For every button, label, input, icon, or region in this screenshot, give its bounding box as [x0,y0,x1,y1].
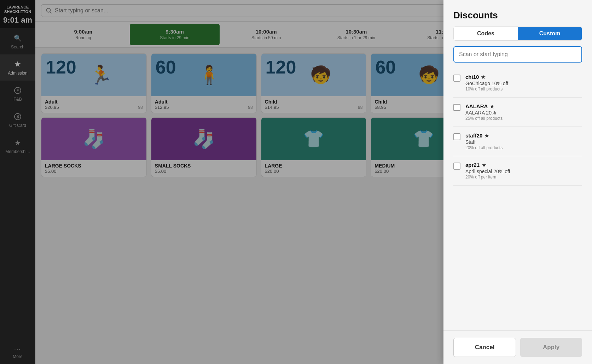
product-card-large-shirt[interactable]: 👕 LARGE $20.00 [261,117,367,177]
more-label: More [13,354,22,359]
discount-footer: Cancel Apply [443,330,592,364]
product-card-img-large-socks: 🧦 [41,118,146,160]
discount-item-apr21: apr21 ★ April special 20% off 20% off pe… [453,156,582,186]
sidebar-item-membership[interactable]: ★ Membershi... [0,133,35,159]
product-card-adult-60[interactable]: 60 🧍 Adult $12.95 98 [151,53,257,113]
sidebar-username: LAWRENCE SHACKLETON [3,5,33,14]
star-icon-aalara: ★ [490,104,494,109]
svg-text:F: F [17,89,19,93]
membership-icon: ★ [13,138,23,148]
discount-item-chi10: chi10 ★ GoChicago 10% off 10% off all pr… [453,68,582,98]
discount-desc-chi10: 10% off all products [465,87,582,92]
star-icon-chi10: ★ [481,74,486,80]
star-icon: ★ [13,59,23,69]
discount-name-apr21: April special 20% off [465,169,582,174]
sidebar-time: 9:01 am [3,16,33,25]
cancel-button[interactable]: Cancel [453,338,516,357]
sidebar-user: LAWRENCE SHACKLETON 9:01 am [0,0,35,28]
product-card-img-adult-60: 60 🧍 [151,54,256,96]
discount-code-aalara: AALARA [465,103,488,109]
svg-text:$: $ [17,114,19,119]
product-card-img-large-shirt: 👕 [261,118,366,160]
star-icon-staff20: ★ [484,133,489,139]
discount-list: chi10 ★ GoChicago 10% off 10% off all pr… [443,68,592,330]
product-card-small-socks[interactable]: 🧦 SMALL SOCKS $5.00 [151,117,257,177]
more-dots: ··· [13,346,22,353]
product-card-adult-120[interactable]: 120 🏃 Adult $20.95 98 [41,53,147,113]
time-slot-10am[interactable]: 10:00am Starts in 59 min [221,24,311,45]
discount-checkbox-chi10[interactable] [453,75,460,82]
discount-name-staff20: Staff [465,139,582,145]
product-card-img-child-120: 120 🧒 [261,54,366,96]
sidebar-more[interactable]: ··· More [10,341,25,364]
discount-desc-aalara: 25% off all products [465,116,582,121]
discount-panel: Discounts Codes Custom chi10 ★ GoChicago… [443,0,592,364]
svg-line-5 [50,12,52,13]
sidebar-item-search-label: Search [11,45,24,49]
star-icon-apr21: ★ [482,162,486,168]
discount-name-aalara: AALARA 20% [465,110,582,116]
sidebar: LAWRENCE SHACKLETON 9:01 am 🔍 Search ★ A… [0,0,35,364]
time-slot-930am[interactable]: 9:30am Starts in 29 min [130,24,220,45]
sidebar-item-giftcard[interactable]: $ Gift Card [0,107,35,133]
sidebar-item-giftcard-label: Gift Card [9,123,26,128]
search-icon-input [46,7,52,14]
time-slot-9am[interactable]: 9:00am Running [38,24,128,45]
discount-checkbox-staff20[interactable] [453,133,460,140]
sidebar-item-fandb-label: F&B [13,97,22,102]
discount-tabs: Codes Custom [453,27,582,41]
discount-search-input[interactable] [453,46,582,63]
sidebar-nav: 🔍 Search ★ Admission F F&B $ Gift Card ★… [0,28,35,341]
giftcard-icon: $ [13,112,23,122]
discount-code-staff20: staff20 [465,133,482,139]
discount-checkbox-apr21[interactable] [453,163,460,170]
tab-custom[interactable]: Custom [518,27,582,40]
discount-desc-staff20: 20% off all products [465,145,582,150]
sidebar-item-admission-label: Admission [8,71,27,76]
apply-button[interactable]: Apply [520,338,582,357]
product-card-img-small-socks: 🧦 [151,118,256,160]
search-icon: 🔍 [13,33,23,43]
time-slot-1030am[interactable]: 10:30am Starts in 1 hr 29 min [311,24,401,45]
discount-title: Discounts [443,0,592,27]
discount-code-apr21: apr21 [465,162,480,168]
discount-name-chi10: GoChicago 10% off [465,81,582,86]
sidebar-item-admission[interactable]: ★ Admission [0,54,35,81]
product-card-img-adult-120: 120 🏃 [41,54,146,96]
fandb-icon: F [13,86,23,95]
sidebar-item-membership-label: Membershi... [5,149,30,154]
discount-checkbox-aalara[interactable] [453,104,460,111]
tab-codes[interactable]: Codes [454,27,518,40]
product-card-child-120[interactable]: 120 🧒 Child $14.95 98 [261,53,367,113]
discount-desc-apr21: 20% off per item [465,175,582,180]
discount-code-chi10: chi10 [465,74,479,80]
sidebar-item-search[interactable]: 🔍 Search [0,28,35,54]
product-card-large-socks[interactable]: 🧦 LARGE SOCKS $5.00 [41,117,147,177]
discount-item-aalara: AALARA ★ AALARA 20% 25% off all products [453,98,582,127]
discount-item-staff20: staff20 ★ Staff 20% off all products [453,127,582,156]
sidebar-item-fandb[interactable]: F F&B [0,81,35,107]
